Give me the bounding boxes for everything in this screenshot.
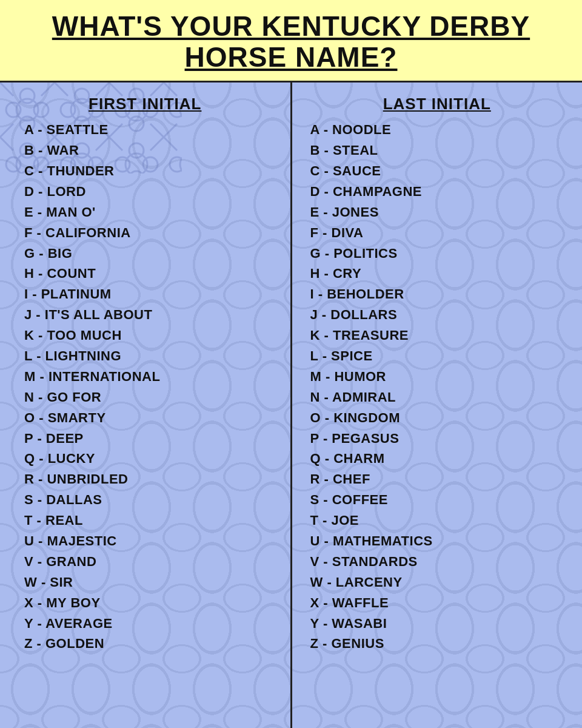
list-item: N - GO FOR [24, 387, 284, 408]
list-item: Z - GENIUS [310, 633, 577, 654]
page-title: WHAT'S YOUR KENTUCKY DERBY HORSE NAME? [12, 11, 570, 72]
list-item: D - CHAMPAGNE [310, 181, 577, 202]
page-wrapper: WHAT'S YOUR KENTUCKY DERBY HORSE NAME? [0, 0, 582, 728]
list-item: O - KINGDOM [310, 408, 577, 428]
list-item: X - MY BOY [24, 593, 284, 613]
right-column-header: LAST INITIAL [383, 95, 491, 113]
list-item: S - DALLAS [24, 490, 284, 510]
list-item: D - LORD [24, 181, 284, 202]
list-item: S - COFFEE [310, 490, 577, 510]
list-item: J - DOLLARS [310, 305, 577, 325]
list-item: L - SPICE [310, 346, 577, 366]
column-divider [290, 83, 292, 728]
right-column: LAST INITIAL A - NOODLEB - STEALC - SAUC… [292, 83, 583, 728]
list-item: F - DIVA [310, 223, 577, 243]
list-item: T - JOE [310, 510, 577, 531]
list-item: E - MAN O' [24, 202, 284, 223]
list-item: R - CHEF [310, 469, 577, 490]
list-item: J - IT'S ALL ABOUT [24, 305, 284, 325]
list-item: G - POLITICS [310, 243, 577, 264]
list-item: F - CALIFORNIA [24, 223, 284, 243]
list-item: R - UNBRIDLED [24, 469, 284, 490]
list-item: Q - CHARM [310, 448, 577, 469]
list-item: T - REAL [24, 510, 284, 531]
list-item: L - LIGHTNING [24, 346, 284, 366]
list-item: G - BIG [24, 243, 284, 264]
list-item: I - BEHOLDER [310, 284, 577, 305]
list-item: P - PEGASUS [310, 428, 577, 449]
list-item: M - HUMOR [310, 366, 577, 387]
list-item: H - COUNT [24, 263, 284, 284]
list-item: N - ADMIRAL [310, 387, 577, 408]
list-item: P - DEEP [24, 428, 284, 449]
list-item: Y - AVERAGE [24, 613, 284, 634]
list-item: V - STANDARDS [310, 551, 577, 572]
list-item: Q - LUCKY [24, 448, 284, 469]
list-item: K - TREASURE [310, 325, 577, 346]
list-item: H - CRY [310, 263, 577, 284]
list-item: B - WAR [24, 140, 284, 161]
content-area: FIRST INITIAL A - SEATTLEB - WARC - THUN… [0, 83, 582, 728]
list-item: Y - WASABI [310, 613, 577, 634]
list-item: C - THUNDER [24, 161, 284, 181]
list-item: B - STEAL [310, 140, 577, 161]
list-item: O - SMARTY [24, 408, 284, 428]
list-item: V - GRAND [24, 551, 284, 572]
left-column: FIRST INITIAL A - SEATTLEB - WARC - THUN… [0, 83, 290, 728]
list-item: W - LARCENY [310, 572, 577, 593]
left-column-header: FIRST INITIAL [89, 95, 201, 113]
list-item: M - INTERNATIONAL [24, 366, 284, 387]
list-item: X - WAFFLE [310, 593, 577, 613]
list-item: Z - GOLDEN [24, 633, 284, 654]
first-initial-list: A - SEATTLEB - WARC - THUNDERD - LORDE -… [6, 120, 284, 654]
list-item: U - MAJESTIC [24, 531, 284, 551]
list-item: U - MATHEMATICS [310, 531, 577, 551]
last-initial-list: A - NOODLEB - STEALC - SAUCED - CHAMPAGN… [298, 120, 577, 654]
header: WHAT'S YOUR KENTUCKY DERBY HORSE NAME? [0, 0, 582, 83]
list-item: K - TOO MUCH [24, 325, 284, 346]
list-item: C - SAUCE [310, 161, 577, 181]
list-item: A - NOODLE [310, 120, 577, 140]
list-item: W - SIR [24, 572, 284, 593]
list-item: A - SEATTLE [24, 120, 284, 140]
list-item: E - JONES [310, 202, 577, 223]
list-item: I - PLATINUM [24, 284, 284, 305]
